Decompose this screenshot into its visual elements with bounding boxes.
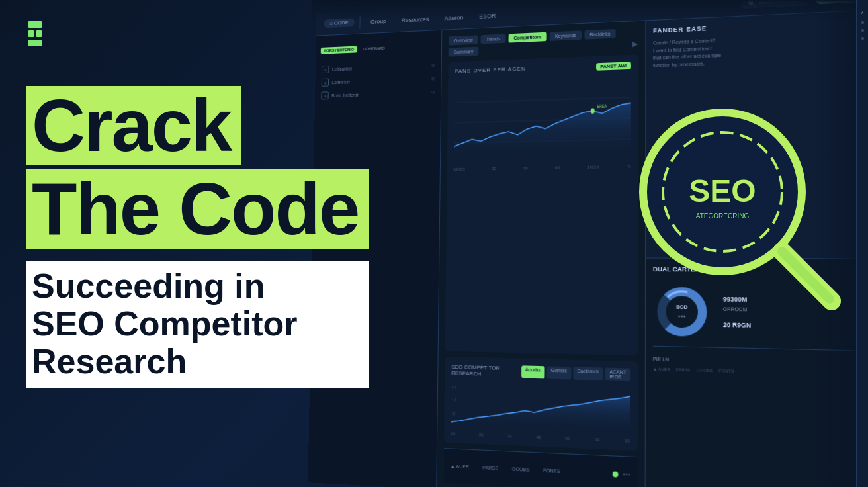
search-item-icon-1: ⊕	[322, 66, 329, 73]
sidebar-text-2: Lottioriori	[332, 79, 350, 85]
subheadline-line2: SEO Competitor	[32, 305, 359, 343]
svg-line-22	[782, 251, 830, 299]
subheadline-line1: Succeeding in	[32, 267, 359, 305]
bottom-col-auer: ▲ AUER	[653, 367, 670, 371]
dashboard-center: Overview Trends Competitors Keywords Bac…	[437, 21, 645, 487]
headline-area: Crack The Code Succeeding in SEO Competi…	[26, 86, 369, 388]
seo-magnifier-overlay: SEO ATEGORECRING	[623, 93, 848, 318]
table-dot-green	[613, 471, 619, 477]
tab-trends[interactable]: Trends	[481, 34, 506, 44]
comp-tab-4[interactable]: ACANT IRGE	[605, 368, 630, 382]
bottom-col-goobs: GOOBS	[697, 367, 713, 372]
competitor-area-chart: 8.0 4.0 1E	[451, 380, 630, 436]
bottom-table: ▲ AUER PARSE GOOBS FONTS ●●●	[443, 448, 637, 487]
sidebar-badge-2: Q	[431, 77, 435, 81]
line-chart: EREA	[454, 76, 631, 163]
sidebar-badge-1: Q	[431, 64, 435, 67]
subheadline-line3: Research	[32, 343, 359, 380]
chart-highlight: PANET AWI	[596, 62, 631, 70]
magnifier-seo-icon: SEO ATEGORECRING	[623, 93, 848, 318]
tab-summary[interactable]: Summary	[449, 47, 479, 57]
tab-keywords[interactable]: Keywords	[550, 30, 582, 41]
headline-crack-text: Crack	[32, 84, 231, 167]
table-status: ●●●	[623, 472, 630, 478]
finder-title: FANDER EASE	[653, 25, 707, 34]
subheadline-block: Succeeding in SEO Competitor Research	[26, 261, 369, 388]
dashboard-tabs: Overview Trends Competitors Keywords Bac…	[449, 28, 638, 56]
table-col-goobs: GOOBS	[512, 466, 530, 472]
tab-backlinks[interactable]: Backlinks	[584, 29, 616, 40]
bottom-col-parse: PARSE	[676, 367, 691, 372]
comp-tab-2[interactable]: Gomtrs	[546, 366, 571, 379]
svg-text:SEO: SEO	[689, 173, 756, 208]
comp-tab-1[interactable]: Aoorbs	[521, 365, 545, 378]
chart-title: PANS OVER PER AGEN	[455, 66, 526, 74]
right-nav-dot-1	[861, 21, 864, 24]
svg-text:4.0: 4.0	[452, 397, 456, 402]
tab-overview[interactable]: Overview	[449, 35, 478, 45]
comp-tab-3[interactable]: Backtrack	[573, 367, 603, 380]
svg-rect-1	[28, 30, 34, 37]
right-chevron-icon[interactable]: <	[859, 11, 865, 15]
competitor-chart-title: SEO COMPETITOR RESEARCH	[451, 364, 521, 378]
main-chart: PANS OVER PER AGEN PANET AWI	[445, 54, 638, 355]
svg-text:1E: 1E	[452, 411, 456, 416]
tab-arrow[interactable]: ▶	[632, 40, 638, 49]
competitor-chart: SEO COMPETITOR RESEARCH Aoorbs Gomtrs Ba…	[444, 357, 638, 451]
bottom-col-fonts: FONTS	[718, 368, 734, 373]
competitor-tabs: Aoorbs Gomtrs Backtrack ACANT IRGE	[521, 365, 631, 381]
svg-rect-3	[28, 40, 42, 46]
svg-text:8.0: 8.0	[452, 384, 456, 390]
right-nav-dot-2	[861, 29, 864, 32]
headline-code-text: The Code	[32, 167, 359, 250]
svg-text:EREA: EREA	[597, 104, 607, 109]
competitor-chart-header: SEO COMPETITOR RESEARCH Aoorbs Gomtrs Ba…	[451, 364, 630, 382]
right-nav-collapsed: <	[856, 0, 868, 487]
sidebar-tab-2[interactable]: GOMTRARO	[359, 44, 388, 52]
svg-text:ATEGORECRING: ATEGORECRING	[696, 212, 750, 220]
headline-crack-block: Crack	[26, 86, 241, 165]
sidebar-tab-active[interactable]: PORS / ERTENIO	[321, 46, 357, 54]
table-col-auer: ▲ AUER	[451, 464, 469, 470]
sidebar-text-1: Leitirarioci	[332, 66, 352, 71]
search-item-icon-2: ⊕	[322, 79, 329, 87]
headline-code-block: The Code	[26, 169, 369, 249]
svg-line-4	[455, 97, 631, 103]
dashboard-top-fade	[312, 0, 868, 20]
right-nav-dot-3	[861, 37, 864, 40]
table-col-parse: PARSE	[482, 465, 498, 471]
table-col-fonts: FONTS	[543, 468, 560, 474]
svg-rect-2	[36, 30, 42, 37]
logo	[26, 20, 66, 53]
sidebar-badge-3: Q	[431, 90, 435, 94]
svg-rect-0	[28, 21, 42, 28]
donut-value-2: 20 R9GN	[723, 319, 751, 332]
pie-label: PIE LN	[653, 356, 669, 361]
tab-competitors[interactable]: Competitors	[508, 32, 546, 43]
